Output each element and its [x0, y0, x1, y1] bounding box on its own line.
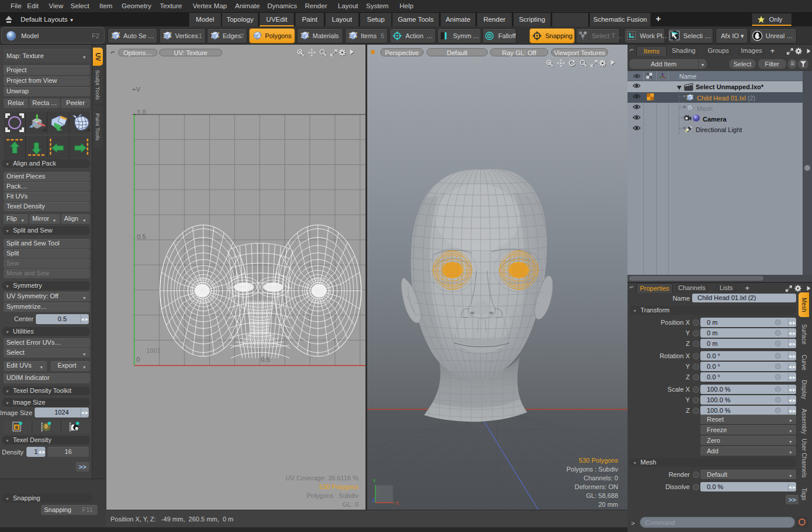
- svg-text:X: X: [395, 500, 399, 506]
- svg-text:Z: Z: [372, 497, 375, 503]
- svg-text:Y: Y: [373, 478, 376, 484]
